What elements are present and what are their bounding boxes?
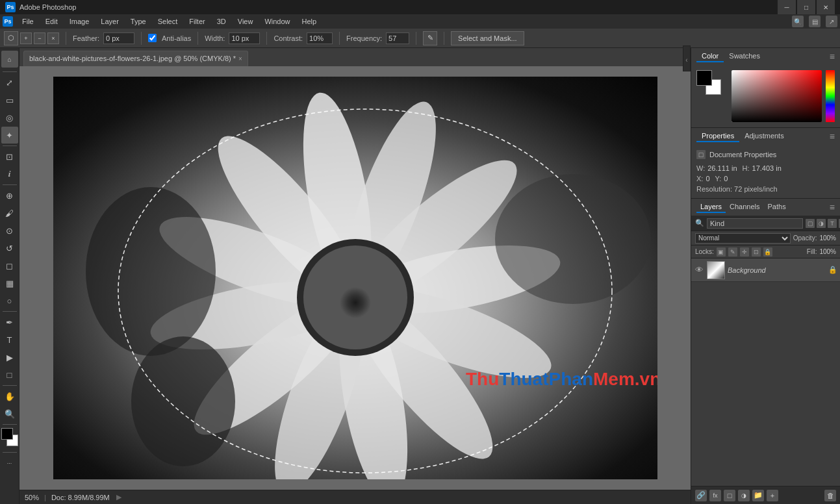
zoom-tool[interactable]: 🔍 [1, 405, 18, 422]
tool-intersect-icon[interactable]: × [47, 32, 59, 44]
right-panel: ‹ Color Swatches ≡ Prop [691, 48, 840, 504]
layers-kind-input[interactable] [707, 218, 803, 229]
menu-file[interactable]: File [17, 16, 39, 27]
locks-label: Locks: [695, 248, 714, 255]
menu-window[interactable]: Window [259, 16, 295, 27]
document-tab[interactable]: black-and-white-pictures-of-flowers-26-1… [23, 51, 248, 66]
add-fx-button[interactable]: fx [709, 490, 721, 501]
menu-filter[interactable]: Filter [184, 16, 210, 27]
add-adjustment-button[interactable]: ◑ [738, 490, 750, 501]
channels-tab[interactable]: Channels [726, 201, 763, 213]
tool-subtract-icon[interactable]: − [34, 32, 45, 44]
sep2 [141, 32, 142, 45]
menu-select[interactable]: Select [153, 16, 183, 27]
color-tab[interactable]: Color [696, 51, 724, 62]
foreground-color[interactable] [1, 428, 13, 440]
collapse-icon: ‹ [685, 57, 687, 64]
menu-edit[interactable]: Edit [40, 16, 63, 27]
search-icon[interactable]: 🔍 [792, 16, 804, 27]
color-panel-menu[interactable]: ≡ [830, 51, 835, 62]
layers-panel-menu[interactable]: ≡ [830, 202, 835, 212]
healing-tool[interactable]: ⊕ [1, 187, 18, 204]
tool-add-icon[interactable]: + [20, 32, 32, 44]
blend-mode-select[interactable]: Normal [695, 233, 791, 244]
background-layer-row[interactable]: 👁 Background 🔒 [691, 258, 840, 282]
crop-tool[interactable]: ⊡ [1, 148, 18, 165]
brush-tool[interactable]: 🖌 [1, 205, 18, 221]
move-tool[interactable]: ⤢ [1, 74, 18, 91]
delete-layer-button[interactable]: 🗑 [824, 490, 836, 501]
history-tool[interactable]: ↺ [1, 240, 18, 257]
menu-view[interactable]: View [233, 16, 259, 27]
tab-close-button[interactable]: × [238, 55, 242, 62]
adjustments-tab[interactable]: Adjustments [739, 131, 789, 142]
panel-collapse[interactable]: ‹ [683, 48, 691, 71]
lock-artboard-btn[interactable]: ⊡ [752, 247, 761, 257]
toolbar-sep3 [3, 184, 17, 185]
anti-alias-checkbox[interactable] [148, 34, 157, 42]
filter-type-btn[interactable]: T [828, 219, 837, 228]
frequency-input[interactable] [386, 32, 409, 44]
color-picker[interactable] [732, 70, 822, 122]
title-bar-left: Ps Adobe Photoshop [5, 2, 76, 12]
stylus-icon[interactable]: ✎ [423, 31, 437, 45]
share-icon[interactable]: ↗ [826, 16, 837, 27]
feather-input[interactable] [103, 32, 134, 44]
width-input[interactable] [229, 32, 260, 44]
tool-icon[interactable]: ⬡ [4, 31, 18, 45]
toolbar-sep7 [3, 452, 17, 453]
layers-tab[interactable]: Layers [696, 201, 726, 213]
filter-pixel-btn[interactable]: ▢ [806, 219, 815, 228]
sep-dot: | [44, 494, 46, 501]
color-spectrum[interactable] [826, 70, 835, 122]
properties-tab[interactable]: Properties [696, 131, 739, 142]
minimize-button[interactable]: ─ [778, 0, 796, 14]
menu-3d[interactable]: 3D [212, 16, 231, 27]
height-field: H: 17.403 in [743, 164, 782, 172]
pen-tool[interactable]: ✒ [1, 314, 18, 331]
add-group-button[interactable]: 📁 [752, 490, 764, 501]
lock-transparent-btn[interactable]: ▣ [717, 247, 726, 257]
gradient-tool[interactable]: ▦ [1, 275, 18, 292]
wand-tool[interactable]: ✦ [1, 127, 18, 144]
close-button[interactable]: ✕ [817, 0, 835, 14]
arrange-icon[interactable]: ▤ [809, 16, 821, 27]
select-mask-button[interactable]: Select and Mask... [451, 31, 524, 45]
dodge-tool[interactable]: ○ [1, 292, 18, 309]
rectangle-tool[interactable]: □ [1, 366, 18, 383]
filter-adjust-btn[interactable]: ◑ [817, 219, 826, 228]
layer-visibility-toggle[interactable]: 👁 [694, 265, 704, 275]
canvas-area: black-and-white-pictures-of-flowers-26-1… [19, 48, 691, 504]
menu-help[interactable]: Help [297, 16, 322, 27]
lock-all-btn[interactable]: 🔒 [763, 247, 772, 257]
sep3 [197, 32, 198, 45]
type-tool[interactable]: T [1, 331, 18, 348]
eyedropper-tool[interactable]: 𝒊 [1, 166, 18, 183]
hand-tool[interactable]: ✋ [1, 388, 18, 405]
swatches-tab[interactable]: Swatches [724, 51, 765, 62]
menu-layer[interactable]: Layer [95, 16, 124, 27]
paths-tab[interactable]: Paths [764, 201, 790, 213]
sep5 [339, 32, 340, 45]
lasso-tool[interactable]: ◎ [1, 109, 18, 126]
eraser-tool[interactable]: ◻ [1, 257, 18, 274]
maximize-button[interactable]: □ [797, 0, 815, 14]
svg-text:ThuThuatPhanMem.vn: ThuThuatPhanMem.vn [466, 369, 657, 389]
marquee-tool[interactable]: ▭ [1, 92, 18, 108]
add-layer-button[interactable]: + [767, 490, 778, 501]
menu-image[interactable]: Image [64, 16, 95, 27]
link-layers-button[interactable]: 🔗 [695, 490, 707, 501]
lock-image-btn[interactable]: ✎ [728, 247, 737, 257]
lock-position-btn[interactable]: ✛ [740, 247, 749, 257]
contrast-input[interactable] [307, 32, 333, 44]
color-swatch-container [696, 70, 728, 101]
title-bar-controls[interactable]: ─ □ ✕ [778, 0, 835, 14]
menu-type[interactable]: Type [125, 16, 151, 27]
fg-color-chip[interactable] [696, 70, 712, 86]
add-mask-button[interactable]: □ [724, 490, 735, 501]
props-panel-menu[interactable]: ≡ [830, 131, 835, 142]
clone-tool[interactable]: ⊙ [1, 222, 18, 239]
path-selection-tool[interactable]: ▶ [1, 349, 18, 366]
home-button[interactable]: ⌂ [1, 51, 18, 68]
more-tools[interactable]: ··· [1, 455, 18, 472]
